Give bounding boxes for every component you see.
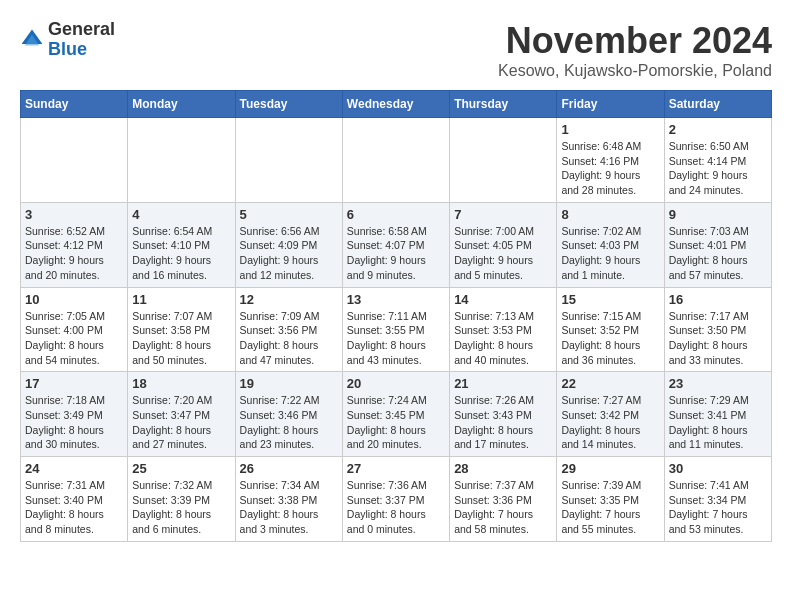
calendar-cell: 14Sunrise: 7:13 AMSunset: 3:53 PMDayligh…	[450, 287, 557, 372]
day-number: 30	[669, 461, 767, 476]
calendar-cell: 7Sunrise: 7:00 AMSunset: 4:05 PMDaylight…	[450, 202, 557, 287]
day-info: Sunrise: 7:39 AMSunset: 3:35 PMDaylight:…	[561, 478, 659, 537]
calendar-cell: 29Sunrise: 7:39 AMSunset: 3:35 PMDayligh…	[557, 457, 664, 542]
day-number: 6	[347, 207, 445, 222]
day-info: Sunrise: 7:15 AMSunset: 3:52 PMDaylight:…	[561, 309, 659, 368]
page-header: General Blue November 2024 Kesowo, Kujaw…	[20, 20, 772, 80]
calendar-cell	[342, 118, 449, 203]
day-number: 12	[240, 292, 338, 307]
calendar-cell: 22Sunrise: 7:27 AMSunset: 3:42 PMDayligh…	[557, 372, 664, 457]
calendar-cell: 24Sunrise: 7:31 AMSunset: 3:40 PMDayligh…	[21, 457, 128, 542]
calendar-week-1: 1Sunrise: 6:48 AMSunset: 4:16 PMDaylight…	[21, 118, 772, 203]
calendar-cell	[21, 118, 128, 203]
day-number: 1	[561, 122, 659, 137]
day-info: Sunrise: 7:05 AMSunset: 4:00 PMDaylight:…	[25, 309, 123, 368]
day-number: 25	[132, 461, 230, 476]
calendar-cell: 5Sunrise: 6:56 AMSunset: 4:09 PMDaylight…	[235, 202, 342, 287]
day-info: Sunrise: 7:13 AMSunset: 3:53 PMDaylight:…	[454, 309, 552, 368]
day-info: Sunrise: 7:02 AMSunset: 4:03 PMDaylight:…	[561, 224, 659, 283]
location: Kesowo, Kujawsko-Pomorskie, Poland	[498, 62, 772, 80]
day-number: 7	[454, 207, 552, 222]
day-info: Sunrise: 7:17 AMSunset: 3:50 PMDaylight:…	[669, 309, 767, 368]
calendar-cell: 21Sunrise: 7:26 AMSunset: 3:43 PMDayligh…	[450, 372, 557, 457]
day-number: 18	[132, 376, 230, 391]
day-info: Sunrise: 7:07 AMSunset: 3:58 PMDaylight:…	[132, 309, 230, 368]
calendar-cell: 19Sunrise: 7:22 AMSunset: 3:46 PMDayligh…	[235, 372, 342, 457]
day-info: Sunrise: 6:48 AMSunset: 4:16 PMDaylight:…	[561, 139, 659, 198]
calendar-cell: 13Sunrise: 7:11 AMSunset: 3:55 PMDayligh…	[342, 287, 449, 372]
day-info: Sunrise: 6:54 AMSunset: 4:10 PMDaylight:…	[132, 224, 230, 283]
calendar-cell	[450, 118, 557, 203]
logo-blue-text: Blue	[48, 39, 87, 59]
day-number: 24	[25, 461, 123, 476]
day-number: 20	[347, 376, 445, 391]
calendar-cell: 2Sunrise: 6:50 AMSunset: 4:14 PMDaylight…	[664, 118, 771, 203]
calendar-body: 1Sunrise: 6:48 AMSunset: 4:16 PMDaylight…	[21, 118, 772, 542]
day-number: 29	[561, 461, 659, 476]
day-number: 2	[669, 122, 767, 137]
calendar-header: Sunday Monday Tuesday Wednesday Thursday…	[21, 91, 772, 118]
calendar-cell: 17Sunrise: 7:18 AMSunset: 3:49 PMDayligh…	[21, 372, 128, 457]
day-info: Sunrise: 7:36 AMSunset: 3:37 PMDaylight:…	[347, 478, 445, 537]
day-number: 13	[347, 292, 445, 307]
day-number: 11	[132, 292, 230, 307]
calendar-cell: 1Sunrise: 6:48 AMSunset: 4:16 PMDaylight…	[557, 118, 664, 203]
day-number: 26	[240, 461, 338, 476]
calendar-cell: 10Sunrise: 7:05 AMSunset: 4:00 PMDayligh…	[21, 287, 128, 372]
day-number: 16	[669, 292, 767, 307]
day-number: 17	[25, 376, 123, 391]
calendar-cell: 11Sunrise: 7:07 AMSunset: 3:58 PMDayligh…	[128, 287, 235, 372]
calendar-cell	[128, 118, 235, 203]
calendar-cell	[235, 118, 342, 203]
calendar-cell: 4Sunrise: 6:54 AMSunset: 4:10 PMDaylight…	[128, 202, 235, 287]
day-number: 8	[561, 207, 659, 222]
day-info: Sunrise: 7:29 AMSunset: 3:41 PMDaylight:…	[669, 393, 767, 452]
day-number: 14	[454, 292, 552, 307]
header-thursday: Thursday	[450, 91, 557, 118]
header-row: Sunday Monday Tuesday Wednesday Thursday…	[21, 91, 772, 118]
day-info: Sunrise: 7:22 AMSunset: 3:46 PMDaylight:…	[240, 393, 338, 452]
header-wednesday: Wednesday	[342, 91, 449, 118]
day-number: 23	[669, 376, 767, 391]
day-info: Sunrise: 7:31 AMSunset: 3:40 PMDaylight:…	[25, 478, 123, 537]
day-info: Sunrise: 7:26 AMSunset: 3:43 PMDaylight:…	[454, 393, 552, 452]
calendar-cell: 15Sunrise: 7:15 AMSunset: 3:52 PMDayligh…	[557, 287, 664, 372]
day-info: Sunrise: 6:58 AMSunset: 4:07 PMDaylight:…	[347, 224, 445, 283]
calendar-cell: 3Sunrise: 6:52 AMSunset: 4:12 PMDaylight…	[21, 202, 128, 287]
day-number: 15	[561, 292, 659, 307]
day-info: Sunrise: 7:20 AMSunset: 3:47 PMDaylight:…	[132, 393, 230, 452]
day-number: 19	[240, 376, 338, 391]
calendar-week-4: 17Sunrise: 7:18 AMSunset: 3:49 PMDayligh…	[21, 372, 772, 457]
day-number: 21	[454, 376, 552, 391]
day-info: Sunrise: 7:34 AMSunset: 3:38 PMDaylight:…	[240, 478, 338, 537]
calendar-week-2: 3Sunrise: 6:52 AMSunset: 4:12 PMDaylight…	[21, 202, 772, 287]
day-number: 28	[454, 461, 552, 476]
header-saturday: Saturday	[664, 91, 771, 118]
logo: General Blue	[20, 20, 115, 60]
day-info: Sunrise: 7:09 AMSunset: 3:56 PMDaylight:…	[240, 309, 338, 368]
calendar-cell: 25Sunrise: 7:32 AMSunset: 3:39 PMDayligh…	[128, 457, 235, 542]
calendar-cell: 9Sunrise: 7:03 AMSunset: 4:01 PMDaylight…	[664, 202, 771, 287]
logo-general-text: General	[48, 19, 115, 39]
header-monday: Monday	[128, 91, 235, 118]
day-info: Sunrise: 6:56 AMSunset: 4:09 PMDaylight:…	[240, 224, 338, 283]
calendar-cell: 16Sunrise: 7:17 AMSunset: 3:50 PMDayligh…	[664, 287, 771, 372]
calendar-cell: 26Sunrise: 7:34 AMSunset: 3:38 PMDayligh…	[235, 457, 342, 542]
day-number: 5	[240, 207, 338, 222]
calendar-cell: 23Sunrise: 7:29 AMSunset: 3:41 PMDayligh…	[664, 372, 771, 457]
day-info: Sunrise: 7:18 AMSunset: 3:49 PMDaylight:…	[25, 393, 123, 452]
calendar-table: Sunday Monday Tuesday Wednesday Thursday…	[20, 90, 772, 542]
day-number: 3	[25, 207, 123, 222]
logo-icon	[20, 28, 44, 52]
calendar-cell: 28Sunrise: 7:37 AMSunset: 3:36 PMDayligh…	[450, 457, 557, 542]
day-number: 22	[561, 376, 659, 391]
day-info: Sunrise: 7:41 AMSunset: 3:34 PMDaylight:…	[669, 478, 767, 537]
calendar-cell: 18Sunrise: 7:20 AMSunset: 3:47 PMDayligh…	[128, 372, 235, 457]
header-sunday: Sunday	[21, 91, 128, 118]
day-info: Sunrise: 7:11 AMSunset: 3:55 PMDaylight:…	[347, 309, 445, 368]
month-title: November 2024	[498, 20, 772, 62]
day-info: Sunrise: 7:32 AMSunset: 3:39 PMDaylight:…	[132, 478, 230, 537]
day-info: Sunrise: 7:00 AMSunset: 4:05 PMDaylight:…	[454, 224, 552, 283]
day-info: Sunrise: 6:52 AMSunset: 4:12 PMDaylight:…	[25, 224, 123, 283]
header-tuesday: Tuesday	[235, 91, 342, 118]
